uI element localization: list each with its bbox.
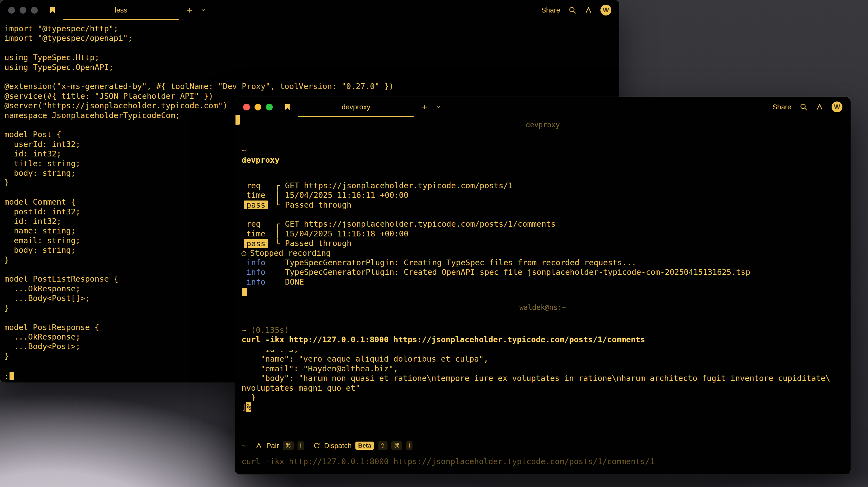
command-input[interactable]: curl -ikx http://127.0.0.1:8000 https://…	[242, 457, 844, 466]
request-log-block: req ┌ GET https://jsonplaceholder.typico…	[242, 181, 844, 210]
output-line-clipped: "id": 5,	[242, 345, 844, 354]
request-status: Passed through	[285, 200, 351, 210]
new-tab-button[interactable]: +	[422, 102, 427, 112]
tab-less[interactable]: less	[63, 0, 179, 20]
prompt-line: ~ (0.135s)	[242, 325, 844, 335]
share-button[interactable]: Share	[773, 103, 791, 111]
titlebar-front[interactable]: devproxy + Share W	[235, 97, 850, 117]
tab-devproxy[interactable]: devproxy	[298, 97, 413, 117]
request-row: req ┌ GET https://jsonplaceholder.typico…	[242, 219, 844, 229]
info-label: info	[246, 268, 266, 277]
time-label: time	[246, 229, 266, 239]
box-drawing: │	[275, 190, 285, 200]
info-log-line: info TypeSpecGeneratorPlugin: Created Op…	[242, 268, 844, 277]
box-drawing: ┌	[275, 219, 285, 229]
request-status: Passed through	[285, 239, 351, 248]
code-line: using TypeSpec.OpenAPI;	[4, 63, 617, 72]
box-drawing: ┌	[275, 181, 285, 190]
status-row: pass └ Passed through	[242, 239, 844, 248]
time-row: time │ 15/04/2025 11:16:11 +00:00	[242, 190, 844, 200]
box-drawing: └	[275, 200, 285, 210]
key-cmd: ⌘	[391, 441, 402, 450]
request-time: 15/04/2025 11:16:11 +00:00	[285, 190, 408, 200]
close-button[interactable]	[243, 104, 250, 111]
info-message: TypeSpecGeneratorPlugin: Creating TypeSp…	[285, 258, 636, 268]
time-label: time	[246, 190, 266, 200]
warp-ai-icon[interactable]	[585, 6, 592, 14]
search-icon[interactable]	[800, 103, 808, 111]
key-i: I	[298, 441, 304, 450]
output-line: nvoluptates magni quo et"	[242, 383, 844, 393]
traffic-lights	[8, 7, 38, 13]
pass-badge: pass	[244, 201, 268, 209]
zoom-button[interactable]	[31, 7, 38, 13]
pair-button[interactable]: Pair ⌘ I	[255, 441, 304, 450]
close-bracket: ]	[242, 402, 246, 412]
text-cursor	[9, 372, 14, 380]
code-line: @extension("x-ms-generated-by", #{ toolN…	[4, 82, 617, 91]
tab-list-chevron-icon[interactable]	[435, 104, 441, 110]
record-stop-icon: ○	[242, 248, 246, 258]
tab-list-chevron-icon[interactable]	[200, 7, 207, 13]
text-cursor: %	[246, 402, 251, 412]
pager-prompt: :	[4, 372, 9, 381]
tab-title: less	[115, 6, 127, 14]
code-line	[4, 43, 617, 53]
share-button[interactable]: Share	[541, 6, 560, 14]
info-message: TypeSpecGeneratorPlugin: Created OpenAPI…	[285, 268, 750, 277]
request-row: req ┌ GET https://jsonplaceholder.typico…	[242, 181, 844, 190]
stopped-recording-line: ○ Stopped recording	[242, 248, 844, 258]
prompt-hint-bar: ~ Pair ⌘ I Dispatch Beta ⇧ ⌘ I	[242, 440, 844, 452]
code-line: import "@typespec/openapi";	[4, 33, 617, 43]
code-line	[4, 72, 617, 82]
pass-badge: pass	[244, 239, 268, 248]
avatar[interactable]: W	[600, 5, 611, 16]
warp-logo-icon[interactable]	[49, 6, 56, 14]
avatar[interactable]: W	[832, 101, 842, 112]
dispatch-label: Dispatch	[324, 442, 351, 450]
command-duration: (0.135s)	[251, 325, 289, 335]
prompt-cwd: ~	[242, 441, 246, 450]
output-line: "body": "harum non quasi et ratione\ntem…	[242, 373, 844, 383]
tab-title: devproxy	[342, 103, 370, 111]
request-url: GET https://jsonplaceholder.typicode.com…	[285, 181, 513, 190]
output-line: }	[242, 393, 844, 402]
output-line: "email": "Hayden@althea.biz",	[242, 364, 844, 373]
command-devproxy: devproxy	[242, 155, 844, 165]
key-i: I	[406, 441, 412, 450]
warp-ai-icon[interactable]	[816, 103, 824, 111]
minimize-button[interactable]	[254, 104, 261, 111]
req-label: req	[246, 181, 260, 190]
key-shift: ⇧	[378, 441, 388, 450]
titlebar-back[interactable]: less + Share W	[0, 0, 619, 20]
info-message: DONE	[285, 277, 304, 287]
minimize-button[interactable]	[20, 7, 26, 13]
time-row: time │ 15/04/2025 11:16:18 +00:00	[242, 229, 844, 239]
output-end-line: ]%	[242, 402, 844, 412]
command-curl: curl -ikx http://127.0.0.1:8000 https://…	[242, 335, 844, 344]
output-line: "name": "vero eaque aliquid doloribus et…	[242, 354, 844, 364]
box-drawing: │	[275, 229, 285, 239]
beta-badge: Beta	[355, 442, 374, 450]
info-log-line: info DONE	[242, 277, 844, 287]
traffic-lights	[243, 104, 273, 111]
request-time: 15/04/2025 11:16:18 +00:00	[285, 229, 408, 239]
key-cmd: ⌘	[283, 441, 294, 450]
dispatch-button[interactable]: Dispatch Beta ⇧ ⌘ I	[313, 441, 412, 450]
close-button[interactable]	[8, 7, 15, 13]
warp-logo-icon[interactable]	[284, 103, 291, 111]
new-tab-button[interactable]: +	[187, 5, 192, 15]
zoom-button[interactable]	[266, 104, 273, 111]
info-label: info	[246, 258, 266, 268]
text-cursor	[242, 288, 247, 296]
search-icon[interactable]	[568, 6, 577, 14]
terminal-window-front: devproxy + Share W devproxy ~ devproxy r…	[235, 97, 850, 475]
request-log-block: req ┌ GET https://jsonplaceholder.typico…	[242, 219, 844, 248]
cursor-line	[242, 287, 844, 297]
stopped-recording-text: Stopped recording	[250, 248, 331, 258]
req-label: req	[246, 219, 260, 229]
pair-label: Pair	[266, 442, 279, 450]
terminal-output-devproxy: ~ devproxy req ┌ GET https://jsonplaceho…	[235, 117, 850, 431]
host-separator: waldek@ns:~	[242, 303, 844, 312]
code-line: import "@typespec/http";	[4, 24, 617, 33]
